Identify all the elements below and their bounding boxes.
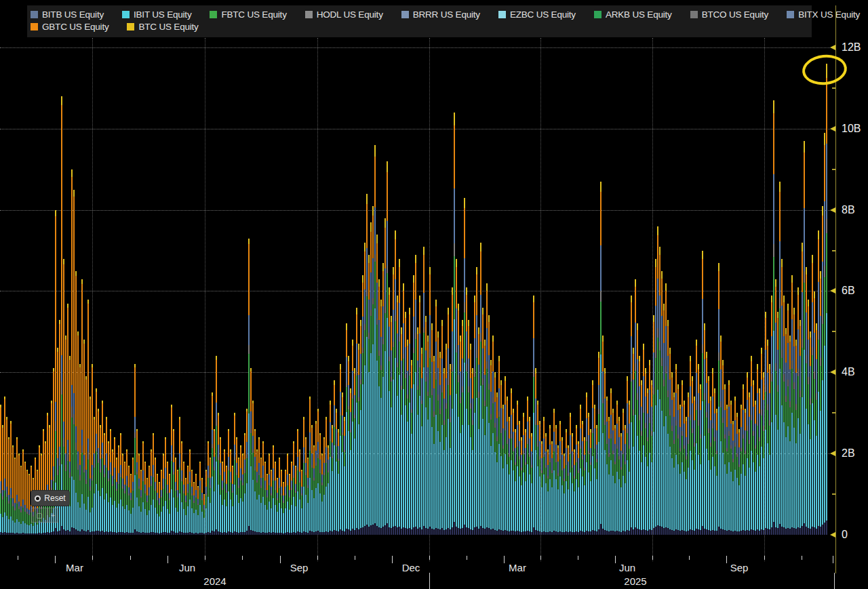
bar-segment-fbtc xyxy=(566,465,567,481)
bar-segment-fbtc xyxy=(187,493,189,506)
legend-item[interactable]: BITX US Equity xyxy=(787,9,860,20)
bar-segment-ibit xyxy=(700,464,701,531)
legend-item[interactable]: BITB US Equity xyxy=(31,9,104,20)
bar-segment-fbtc xyxy=(533,377,534,413)
legend-item[interactable]: BRRR US Equity xyxy=(401,9,480,20)
bar-segment-hodl xyxy=(415,333,416,338)
bar-segment-fbtc xyxy=(195,497,197,510)
zoom-plus-tool-icon[interactable]: + xyxy=(47,508,58,523)
bar-segment-brrr xyxy=(791,319,793,361)
bar-segment-btc xyxy=(391,316,392,323)
bar-segment-gbtc xyxy=(262,443,264,466)
y-axis-label: 10B xyxy=(842,123,861,135)
bar-segment-brrr xyxy=(281,487,282,493)
bar-segment-brrr xyxy=(535,399,536,420)
bar-segment-ibit xyxy=(694,470,695,531)
reset-button[interactable]: Reset xyxy=(31,491,69,506)
bar xyxy=(364,243,366,535)
legend-item[interactable]: EZBC US Equity xyxy=(498,9,576,20)
bar-segment-ibit xyxy=(745,476,746,531)
bar-segment-btc xyxy=(397,296,398,303)
zoom-select-tool-icon[interactable]: ▢ xyxy=(31,508,47,523)
bar-segment-bitb xyxy=(295,533,296,535)
bar-segment-gbtc xyxy=(456,267,457,308)
x-month-label: Mar xyxy=(66,562,83,573)
bar-segment-ibit xyxy=(726,474,728,531)
legend-item[interactable]: HODL US Equity xyxy=(305,9,383,20)
bar-segment-gbtc xyxy=(429,275,431,314)
bar-segment-ibit xyxy=(326,487,327,531)
bar-segment-fbtc xyxy=(301,495,302,508)
bar-segment-gbtc xyxy=(450,369,451,395)
bar-segment-gbtc xyxy=(273,447,274,469)
legend-item[interactable]: FBTC US Equity xyxy=(210,9,286,20)
bar-segment-brrr xyxy=(53,466,54,476)
bar xyxy=(287,453,288,535)
bar-segment-brrr xyxy=(407,371,408,394)
bar-segment-fbtc xyxy=(531,468,532,483)
bar-segment-bitb xyxy=(618,531,620,535)
volume-bars[interactable] xyxy=(0,0,835,535)
bar-segment-ibit xyxy=(415,372,416,526)
bar xyxy=(340,364,341,535)
bar-segment-btc xyxy=(407,340,408,346)
bar-segment-gbtc xyxy=(810,338,811,366)
bar-segment-bitb xyxy=(214,531,215,535)
bar-segment-bitb xyxy=(452,527,453,535)
legend-item[interactable]: ARKB US Equity xyxy=(594,9,672,20)
bar xyxy=(515,429,516,535)
bar xyxy=(83,340,85,535)
bar-segment-fbtc xyxy=(450,422,451,448)
bar-segment-fbtc xyxy=(69,478,71,506)
bar-segment-fbtc xyxy=(468,392,469,425)
bar xyxy=(319,433,321,535)
bar xyxy=(360,319,361,535)
bar-segment-gbtc xyxy=(167,463,168,484)
bar-segment-ibit xyxy=(185,515,186,533)
bar-segment-bitb xyxy=(456,527,457,535)
bar-segment-hodl xyxy=(824,266,825,278)
bar xyxy=(490,360,492,535)
bar-segment-brrr xyxy=(718,309,719,352)
bar-segment-bitb xyxy=(448,528,449,535)
bar-segment-brrr xyxy=(193,495,195,501)
bar xyxy=(106,417,107,535)
bar-segment-fbtc xyxy=(16,504,18,519)
legend-item[interactable]: IBIT US Equity xyxy=(122,9,191,20)
bar-segment-btc xyxy=(380,300,382,306)
bar-segment-bitb xyxy=(328,532,329,535)
bar xyxy=(346,323,347,535)
legend: BITB US EquityIBIT US EquityFBTC US Equi… xyxy=(27,5,812,37)
bar xyxy=(393,267,394,535)
legend-item[interactable]: BTCO US Equity xyxy=(690,9,768,20)
legend-item-label: FBTC US Equity xyxy=(221,9,286,20)
bar xyxy=(193,482,195,535)
bar-segment-gbtc xyxy=(531,436,532,451)
bar xyxy=(645,368,646,535)
bar-segment-gbtc xyxy=(435,306,437,342)
bar-segment-gbtc xyxy=(797,295,799,329)
bar xyxy=(22,449,24,535)
bar-segment-fbtc xyxy=(700,439,701,464)
bar xyxy=(494,372,496,535)
bar-segment-fbtc xyxy=(185,502,186,514)
bar xyxy=(281,470,282,535)
bar-segment-gbtc xyxy=(171,407,172,445)
bar-segment-gbtc xyxy=(366,204,368,248)
legend-item[interactable]: BTC US Equity xyxy=(127,22,198,32)
bar-segment-bitb xyxy=(10,533,12,535)
bar-segment-fbtc xyxy=(317,458,319,483)
bar-segment-fbtc xyxy=(155,491,156,508)
bar-segment-ibit xyxy=(368,372,370,526)
bar-segment-ibit xyxy=(529,474,530,531)
bar-segment-bitb xyxy=(669,529,671,535)
bar-segment-fbtc xyxy=(537,447,538,467)
legend-item[interactable]: GBTC US Equity xyxy=(31,22,108,32)
bar-segment-gbtc xyxy=(376,243,378,283)
bar-segment-btc xyxy=(441,320,443,327)
bar xyxy=(502,405,504,535)
bar-segment-brrr xyxy=(130,493,132,498)
bar-segment-fbtc xyxy=(570,454,571,472)
bar-segment-brrr xyxy=(69,462,71,472)
bar-segment-btc xyxy=(728,380,730,385)
